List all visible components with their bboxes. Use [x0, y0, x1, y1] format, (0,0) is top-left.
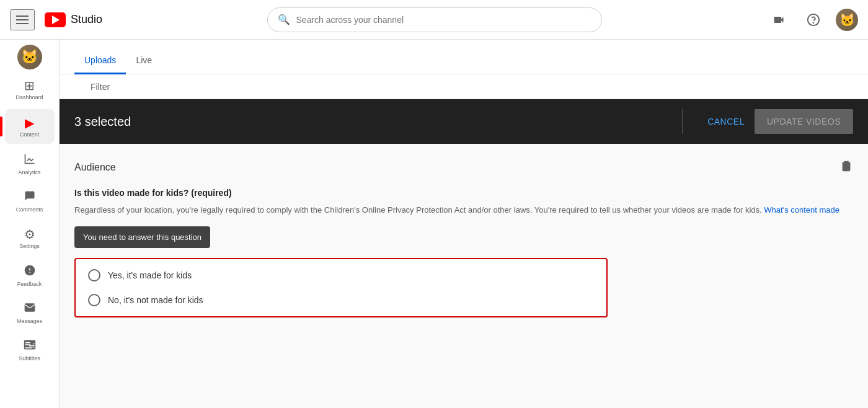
cancel-button[interactable]: CANCEL [698, 112, 755, 131]
sidebar-item-comments[interactable]: Comments [5, 184, 55, 218]
menu-button[interactable] [10, 9, 35, 30]
audience-title: Audience [74, 162, 116, 173]
filter-bar: Filter [60, 74, 868, 99]
settings-icon: ⚙ [24, 227, 35, 242]
sidebar-label-content: Content [20, 131, 40, 138]
tab-live[interactable]: Live [126, 55, 162, 74]
sidebar-label-settings: Settings [19, 243, 40, 249]
tab-uploads[interactable]: Uploads [74, 55, 126, 74]
content-area: Audience Is this video made for kids? (r… [60, 144, 868, 408]
filter-icon [74, 79, 86, 94]
sidebar-item-subtitles[interactable]: Subtitles [5, 332, 55, 367]
selected-count: 3 selected [74, 115, 667, 129]
header-search: 🔍 [102, 7, 766, 32]
divider [682, 109, 683, 134]
avatar[interactable]: 🐱 [836, 9, 858, 31]
help-button[interactable] [801, 7, 826, 32]
radio-circle-yes [88, 269, 100, 282]
sidebar-item-settings[interactable]: ⚙ Settings [5, 221, 55, 255]
audience-header: Audience [74, 159, 853, 175]
selection-bar: 3 selected CANCEL UPDATE VIDEOS [60, 99, 868, 144]
question-title: Is this video made for kids? (required) [74, 188, 853, 198]
header-right: 🐱 [766, 7, 858, 32]
sidebar-label-feedback: Feedback [17, 281, 42, 287]
sidebar-label-subtitles: Subtitles [19, 355, 40, 361]
header-left: Studio [10, 9, 102, 30]
sidebar-item-messages[interactable]: Messages [5, 295, 55, 330]
radio-circle-no [88, 294, 100, 306]
svg-point-1 [813, 22, 814, 23]
add-video-button[interactable] [766, 7, 791, 32]
search-input[interactable] [296, 15, 591, 25]
messages-icon [24, 301, 36, 317]
whats-content-link[interactable]: What's content made [764, 205, 839, 215]
radio-yes[interactable]: Yes, it's made for kids [88, 269, 594, 282]
header: Studio 🔍 🐱 [0, 0, 868, 40]
tooltip-wrapper: You need to answer this question [74, 226, 210, 248]
play-triangle [52, 16, 60, 24]
sidebar-avatar[interactable]: 🐱 [17, 45, 42, 69]
content-icon: ▶ [25, 115, 34, 130]
sidebar-item-dashboard[interactable]: ⊞ Dashboard [5, 72, 55, 107]
sidebar-label-analytics: Analytics [18, 169, 40, 175]
feedback-icon [24, 264, 36, 280]
sidebar-item-feedback[interactable]: Feedback [5, 258, 55, 293]
sidebar-label-messages: Messages [17, 318, 42, 324]
logo-text: Studio [71, 13, 102, 26]
tabs-bar: Uploads Live [60, 40, 868, 74]
sidebar: 🐱 ⊞ Dashboard ▶ Content Analytics Commen… [0, 40, 60, 408]
question-desc: Regardless of your location, you're lega… [74, 204, 853, 216]
sidebar-item-analytics[interactable]: Analytics [5, 146, 55, 181]
filter-label: Filter [91, 82, 110, 92]
radio-label-yes: Yes, it's made for kids [108, 270, 192, 280]
radio-no[interactable]: No, it's not made for kids [88, 294, 594, 306]
layout: 🐱 ⊞ Dashboard ▶ Content Analytics Commen… [0, 0, 868, 408]
analytics-icon [24, 153, 36, 168]
sidebar-item-content[interactable]: ▶ Content [5, 109, 55, 144]
search-icon: 🔍 [278, 14, 290, 25]
delete-icon[interactable] [839, 159, 853, 175]
radio-label-no: No, it's not made for kids [108, 295, 203, 305]
sidebar-label-comments: Comments [16, 206, 43, 213]
dashboard-icon: ⊞ [24, 78, 35, 93]
radio-group: Yes, it's made for kids No, it's not mad… [74, 258, 608, 317]
logo: Studio [45, 12, 102, 27]
update-videos-button[interactable]: UPDATE VIDEOS [755, 109, 853, 134]
tooltip-box: You need to answer this question [74, 226, 210, 248]
search-box: 🔍 [267, 7, 602, 32]
svg-point-4 [29, 272, 30, 273]
sidebar-label-dashboard: Dashboard [16, 94, 43, 100]
main-content: Uploads Live Filter 3 selected CANCEL UP… [60, 40, 868, 408]
comments-icon [24, 190, 36, 205]
subtitles-icon [24, 339, 36, 354]
youtube-icon [45, 12, 66, 27]
